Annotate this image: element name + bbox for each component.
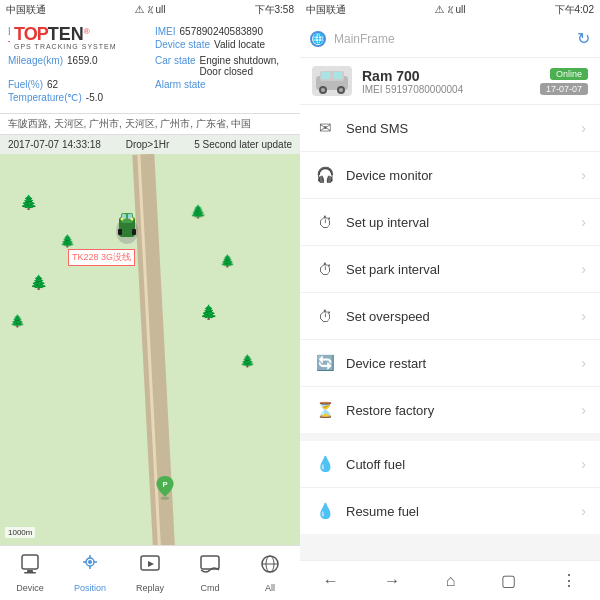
svg-rect-13 bbox=[24, 572, 36, 574]
restore-factory-icon: ⏳ bbox=[314, 399, 336, 421]
tree-7: 🌲 bbox=[200, 304, 217, 320]
device-state-value: Valid locate bbox=[214, 39, 265, 53]
mainframe-label: MainFrame bbox=[334, 32, 395, 46]
svg-point-31 bbox=[321, 88, 325, 92]
svg-marker-21 bbox=[148, 561, 154, 567]
nav-replay[interactable]: Replay bbox=[120, 546, 180, 600]
fuel-label: Fuel(%) bbox=[8, 79, 43, 90]
nav-position[interactable]: Position bbox=[60, 546, 120, 600]
map-datetime: 2017-07-07 14:33:18 bbox=[8, 139, 101, 150]
fuel-value: 62 bbox=[47, 79, 58, 90]
arrow-icon-8: › bbox=[581, 503, 586, 519]
arrow-icon-5: › bbox=[581, 355, 586, 371]
tree-6: 🌲 bbox=[220, 254, 235, 268]
menu-item-set-interval[interactable]: ⏱ Set up interval › bbox=[300, 199, 600, 246]
set-overspeed-label: Set overspeed bbox=[346, 309, 571, 324]
more-button[interactable]: ⋮ bbox=[553, 567, 585, 594]
set-park-interval-icon: ⏱ bbox=[314, 258, 336, 280]
tree-8: 🌲 bbox=[240, 354, 255, 368]
menu-list: ✉ Send SMS › 🎧 Device monitor › ⏱ Set up… bbox=[300, 105, 600, 560]
tree-2: 🌲 bbox=[60, 234, 75, 248]
nav-all[interactable]: All bbox=[240, 546, 300, 600]
menu-item-resume-fuel[interactable]: 💧 Resume fuel › bbox=[300, 488, 600, 534]
menu-item-set-overspeed[interactable]: ⏱ Set overspeed › bbox=[300, 293, 600, 340]
nav-replay-label: Replay bbox=[136, 583, 164, 593]
menu-item-set-park-interval[interactable]: ⏱ Set park interval › bbox=[300, 246, 600, 293]
left-panel: TOPTEN® GPS TRACKING SYSTEM 中国联通 ⚠ ᜰ ull… bbox=[0, 0, 300, 600]
send-sms-label: Send SMS bbox=[346, 121, 571, 136]
menu-section-1: ✉ Send SMS › 🎧 Device monitor › ⏱ Set up… bbox=[300, 105, 600, 433]
position-icon bbox=[79, 553, 101, 580]
map-update: 5 Second later update bbox=[194, 139, 292, 150]
tree-3: 🌲 bbox=[30, 274, 47, 290]
refresh-button[interactable]: ↻ bbox=[577, 29, 590, 48]
vehicle-imei: IMEI 59197080000004 bbox=[362, 84, 530, 95]
nav-cmd-label: Cmd bbox=[200, 583, 219, 593]
vehicle-status: Online 17-07-07 bbox=[540, 68, 588, 95]
vehicle-name: Ram 700 bbox=[362, 68, 530, 84]
svg-point-15 bbox=[88, 560, 92, 564]
set-interval-icon: ⏱ bbox=[314, 211, 336, 233]
device-restart-label: Device restart bbox=[346, 356, 571, 371]
address-text: 车陂西路, 天河区, 广州市, 天河区, 广州市, 广东省, 中国 bbox=[8, 118, 251, 129]
vehicle-info: Ram 700 IMEI 59197080000004 bbox=[362, 68, 530, 95]
nav-cmd[interactable]: Cmd bbox=[180, 546, 240, 600]
menu-item-device-restart[interactable]: 🔄 Device restart › bbox=[300, 340, 600, 387]
home-button[interactable]: ⌂ bbox=[438, 568, 464, 594]
recents-button[interactable]: ▢ bbox=[493, 567, 524, 594]
globe-icon: 🌐 bbox=[310, 31, 326, 47]
map-area: 🌲 🌲 🌲 🌲 🌲 🌲 🌲 🌲 TK228 3G没线 P bbox=[0, 154, 300, 600]
svg-rect-11 bbox=[22, 555, 38, 569]
date-badge: 17-07-07 bbox=[540, 83, 588, 95]
restore-factory-label: Restore factory bbox=[346, 403, 571, 418]
set-overspeed-icon: ⏱ bbox=[314, 305, 336, 327]
bottom-nav-left: Device Position Replay Cmd All bbox=[0, 545, 300, 600]
device-restart-icon: 🔄 bbox=[314, 352, 336, 374]
car-state-value: Engine shutdown, Door closed bbox=[200, 55, 292, 77]
tree-1: 🌲 bbox=[20, 194, 37, 210]
imei-row: IMEI 657890240583890 bbox=[155, 26, 292, 37]
road bbox=[132, 154, 177, 600]
svg-text:P: P bbox=[162, 480, 167, 489]
menu-item-send-sms[interactable]: ✉ Send SMS › bbox=[300, 105, 600, 152]
svg-point-8 bbox=[131, 218, 134, 221]
svg-rect-28 bbox=[322, 72, 330, 79]
back-button[interactable]: ← bbox=[315, 568, 347, 594]
nav-device[interactable]: Device bbox=[0, 546, 60, 600]
online-badge: Online bbox=[550, 68, 588, 80]
map-header: 2017-07-07 14:33:18 Drop>1Hr 5 Second la… bbox=[0, 135, 300, 154]
resume-fuel-icon: 💧 bbox=[314, 500, 336, 522]
car-state-label: Car state bbox=[155, 55, 196, 77]
device-state-label: Device state bbox=[155, 39, 210, 53]
menu-item-cutoff-fuel[interactable]: 💧 Cutoff fuel › bbox=[300, 441, 600, 488]
arrow-icon-2: › bbox=[581, 214, 586, 230]
right-panel: 中国联通 ⚠ ᜰ ull 下午4:02 🌐 MainFrame ↻ Ram 70… bbox=[300, 0, 600, 600]
tree-4: 🌲 bbox=[10, 314, 25, 328]
address-bar: 车陂西路, 天河区, 广州市, 天河区, 广州市, 广东省, 中国 bbox=[0, 114, 300, 135]
nav-position-label: Position bbox=[74, 583, 106, 593]
cutoff-fuel-label: Cutoff fuel bbox=[346, 457, 571, 472]
set-park-interval-label: Set park interval bbox=[346, 262, 571, 277]
svg-rect-5 bbox=[118, 229, 122, 235]
bottom-nav-right: ← → ⌂ ▢ ⋮ bbox=[300, 560, 600, 600]
nav-device-label: Device bbox=[16, 583, 44, 593]
svg-rect-29 bbox=[334, 72, 342, 79]
alarm-label: Alarm state bbox=[155, 79, 206, 90]
send-sms-icon: ✉ bbox=[314, 117, 336, 139]
forward-button[interactable]: → bbox=[376, 568, 408, 594]
map-scale: 1000m bbox=[5, 527, 35, 538]
arrow-icon-1: › bbox=[581, 167, 586, 183]
svg-point-7 bbox=[121, 218, 124, 221]
cutoff-fuel-icon: 💧 bbox=[314, 453, 336, 475]
tree-5: 🌲 bbox=[190, 204, 206, 219]
vehicle-icon bbox=[312, 66, 352, 96]
status-bar-right: 中国联通 ⚠ ᜰ ull 下午4:02 bbox=[300, 0, 600, 20]
arrow-icon-6: › bbox=[581, 402, 586, 418]
imei-label: IMEI bbox=[155, 26, 176, 37]
carrier-left: 中国联通 bbox=[6, 3, 46, 17]
arrow-icon-3: › bbox=[581, 261, 586, 277]
map-drop: Drop>1Hr bbox=[126, 139, 170, 150]
menu-item-restore-factory[interactable]: ⏳ Restore factory › bbox=[300, 387, 600, 433]
device-monitor-label: Device monitor bbox=[346, 168, 571, 183]
menu-item-device-monitor[interactable]: 🎧 Device monitor › bbox=[300, 152, 600, 199]
